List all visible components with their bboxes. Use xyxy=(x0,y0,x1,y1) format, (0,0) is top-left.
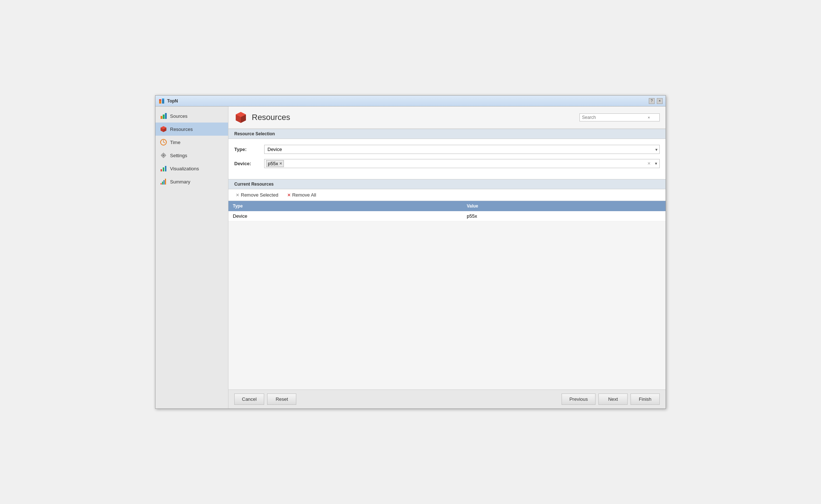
resources-icon xyxy=(160,125,167,133)
svg-rect-1 xyxy=(159,99,161,101)
table-cell-value: p55x xyxy=(462,211,666,221)
main-content: Resources × Resource Selection Type: xyxy=(228,106,666,408)
sidebar-item-summary-label: Summary xyxy=(170,179,190,185)
svg-rect-3 xyxy=(162,98,164,100)
sidebar-item-time-label: Time xyxy=(170,140,180,145)
resource-selection-header: Resource Selection xyxy=(228,129,666,139)
content-area: Resource Selection Type: Device ▼ xyxy=(228,129,666,389)
previous-button[interactable]: Previous xyxy=(562,393,595,405)
window-body: Sources Resources xyxy=(155,106,666,408)
svg-rect-20 xyxy=(161,183,162,185)
device-tag-remove-icon[interactable]: ✕ xyxy=(279,162,282,166)
finish-button[interactable]: Finish xyxy=(631,393,660,405)
sidebar: Sources Resources xyxy=(155,106,228,408)
sidebar-item-visualizations[interactable]: Visualizations xyxy=(155,162,228,175)
time-icon xyxy=(160,139,167,146)
device-tag: p55x ✕ xyxy=(266,160,284,167)
sidebar-item-settings[interactable]: Settings xyxy=(155,149,228,162)
current-resources-section: Current Resources ✕ Remove Selected ✕ Re… xyxy=(228,179,666,221)
close-button[interactable]: × xyxy=(657,98,663,104)
cancel-button[interactable]: Cancel xyxy=(234,393,264,405)
page-title: Resources xyxy=(252,113,575,122)
resources-table: Type Value Device p55x xyxy=(228,201,666,221)
title-bar: TopN ? × xyxy=(155,96,666,106)
svg-rect-19 xyxy=(165,166,166,171)
sidebar-item-settings-label: Settings xyxy=(170,153,187,158)
device-input-clear-icon[interactable]: ✕ xyxy=(647,161,651,166)
app-icon xyxy=(158,98,165,104)
sidebar-item-time[interactable]: Time xyxy=(155,136,228,149)
footer-left: Cancel Reset xyxy=(234,393,562,405)
sidebar-item-sources[interactable]: Sources xyxy=(155,109,228,123)
type-select[interactable]: Device xyxy=(264,145,660,154)
type-column-header: Type xyxy=(228,201,462,211)
svg-line-13 xyxy=(163,142,165,143)
type-control-wrap: Device ▼ xyxy=(264,145,660,154)
remove-all-label: Remove All xyxy=(292,192,316,198)
svg-rect-21 xyxy=(162,182,163,185)
visualizations-icon xyxy=(160,165,167,172)
remove-selected-label: Remove Selected xyxy=(241,192,278,198)
settings-icon xyxy=(160,152,167,159)
device-input-arrow-icon[interactable]: ▼ xyxy=(654,162,658,166)
page-header-icon xyxy=(234,111,247,124)
footer: Cancel Reset Previous Next Finish xyxy=(228,389,666,408)
remove-selected-button[interactable]: ✕ Remove Selected xyxy=(234,191,280,198)
sidebar-item-sources-label: Sources xyxy=(170,113,188,119)
current-resources-header: Current Resources xyxy=(228,179,666,189)
search-box: × xyxy=(579,113,660,121)
svg-rect-2 xyxy=(162,100,164,104)
device-tag-value: p55x xyxy=(268,161,278,166)
svg-rect-23 xyxy=(165,179,166,185)
help-button[interactable]: ? xyxy=(649,98,655,104)
type-row: Type: Device ▼ xyxy=(234,145,660,154)
sidebar-item-resources-label: Resources xyxy=(170,127,193,132)
device-row: Device: p55x ✕ ✕ ▼ xyxy=(234,159,660,168)
resource-selection-body: Type: Device ▼ Device: xyxy=(228,139,666,179)
reset-button[interactable]: Reset xyxy=(267,393,296,405)
summary-icon xyxy=(160,178,167,185)
device-input-wrap[interactable]: p55x ✕ ✕ ▼ xyxy=(264,159,660,168)
svg-rect-6 xyxy=(165,113,167,119)
next-button[interactable]: Next xyxy=(598,393,628,405)
svg-rect-5 xyxy=(163,115,165,119)
table-row[interactable]: Device p55x xyxy=(228,211,666,221)
search-clear-button[interactable]: × xyxy=(648,115,650,120)
svg-rect-22 xyxy=(163,180,165,185)
resource-selection-section: Resource Selection Type: Device ▼ xyxy=(228,129,666,179)
svg-rect-0 xyxy=(159,101,161,104)
sidebar-item-visualizations-label: Visualizations xyxy=(170,166,199,171)
search-input[interactable] xyxy=(582,115,648,120)
window-controls: ? × xyxy=(649,98,663,104)
device-label: Device: xyxy=(234,161,260,166)
table-header-row: Type Value xyxy=(228,201,666,211)
svg-rect-17 xyxy=(161,169,162,171)
sidebar-item-resources[interactable]: Resources xyxy=(155,123,228,136)
svg-point-16 xyxy=(162,154,165,156)
sidebar-item-summary[interactable]: Summary xyxy=(155,175,228,188)
main-window: TopN ? × Sources xyxy=(155,95,666,409)
remove-selected-icon: ✕ xyxy=(236,193,239,198)
svg-rect-18 xyxy=(163,167,164,171)
window-title: TopN xyxy=(167,98,649,104)
footer-right: Previous Next Finish xyxy=(562,393,660,405)
remove-all-icon: ✕ xyxy=(287,193,291,198)
value-column-header: Value xyxy=(462,201,666,211)
page-header: Resources × xyxy=(228,106,666,129)
type-label: Type: xyxy=(234,147,260,152)
table-cell-type: Device xyxy=(228,211,462,221)
svg-rect-4 xyxy=(161,116,162,119)
resources-toolbar: ✕ Remove Selected ✕ Remove All xyxy=(228,189,666,201)
sources-icon xyxy=(160,112,167,120)
remove-all-button[interactable]: ✕ Remove All xyxy=(286,191,318,198)
